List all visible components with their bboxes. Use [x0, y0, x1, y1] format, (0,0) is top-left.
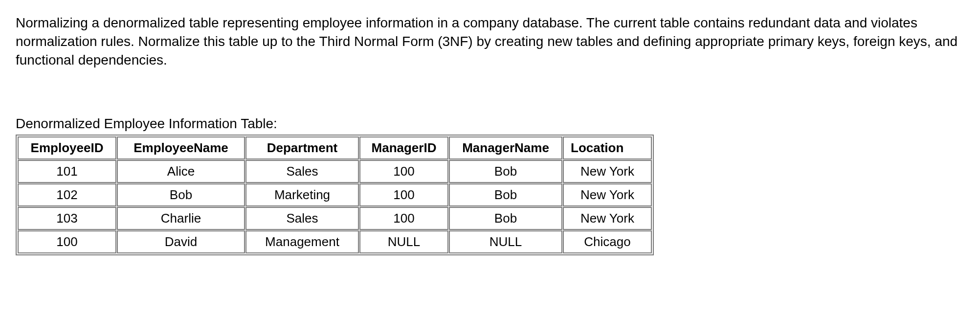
header-employee-id: EmployeeID — [18, 137, 116, 159]
table-row: 100 David Management NULL NULL Chicago — [18, 231, 651, 253]
cell-employee-name: Alice — [117, 160, 245, 182]
header-manager-name: ManagerName — [449, 137, 562, 159]
header-location: Location — [563, 137, 651, 159]
cell-manager-name: NULL — [449, 231, 562, 253]
cell-location: New York — [563, 160, 651, 182]
cell-manager-id: 100 — [360, 207, 448, 229]
cell-manager-id: 100 — [360, 160, 448, 182]
header-employee-name: EmployeeName — [117, 137, 245, 159]
problem-statement: Normalizing a denormalized table represe… — [16, 14, 964, 69]
table-row: 103 Charlie Sales 100 Bob New York — [18, 207, 651, 229]
header-manager-id: ManagerID — [360, 137, 448, 159]
cell-employee-id: 101 — [18, 160, 116, 182]
cell-employee-id: 103 — [18, 207, 116, 229]
cell-manager-name: Bob — [449, 207, 562, 229]
cell-employee-name: Charlie — [117, 207, 245, 229]
cell-manager-id: 100 — [360, 184, 448, 206]
employee-table: EmployeeID EmployeeName Department Manag… — [16, 135, 654, 255]
cell-department: Marketing — [246, 184, 358, 206]
header-department: Department — [246, 137, 358, 159]
cell-employee-id: 100 — [18, 231, 116, 253]
cell-employee-name: David — [117, 231, 245, 253]
cell-manager-name: Bob — [449, 160, 562, 182]
cell-location: New York — [563, 184, 651, 206]
cell-department: Management — [246, 231, 358, 253]
cell-employee-name: Bob — [117, 184, 245, 206]
table-title: Denormalized Employee Information Table: — [16, 116, 964, 132]
table-header-row: EmployeeID EmployeeName Department Manag… — [18, 137, 651, 159]
cell-location: Chicago — [563, 231, 651, 253]
table-row: 102 Bob Marketing 100 Bob New York — [18, 184, 651, 206]
cell-manager-id: NULL — [360, 231, 448, 253]
cell-employee-id: 102 — [18, 184, 116, 206]
cell-department: Sales — [246, 160, 358, 182]
cell-location: New York — [563, 207, 651, 229]
table-row: 101 Alice Sales 100 Bob New York — [18, 160, 651, 182]
cell-department: Sales — [246, 207, 358, 229]
cell-manager-name: Bob — [449, 184, 562, 206]
